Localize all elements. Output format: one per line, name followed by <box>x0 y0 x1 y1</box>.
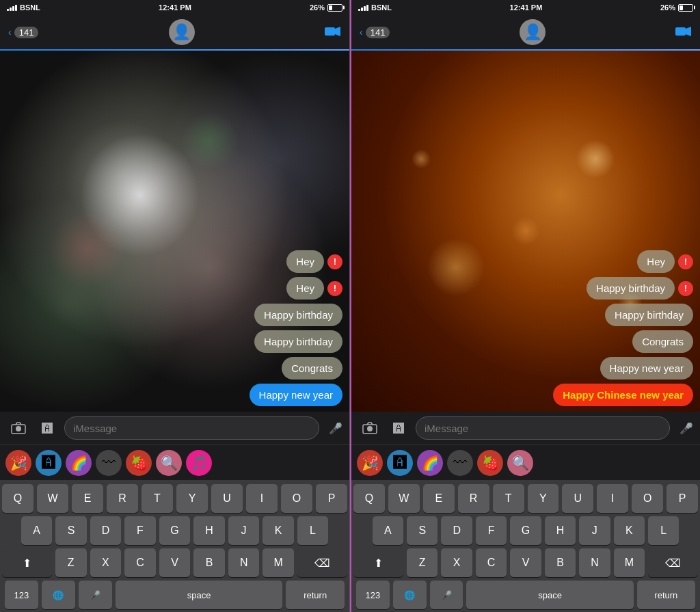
app-icon-1-right[interactable]: 🎉 <box>357 450 383 476</box>
key-x-right[interactable]: X <box>441 548 472 577</box>
key-t-left[interactable]: T <box>142 484 173 513</box>
key-t-right[interactable]: T <box>493 484 524 513</box>
camera-button-left[interactable] <box>7 416 30 440</box>
key-w-left[interactable]: W <box>37 484 68 513</box>
key-o-left[interactable]: O <box>281 484 312 513</box>
key-h-right[interactable]: H <box>545 516 576 545</box>
back-button-right[interactable]: ‹ 141 <box>360 27 390 38</box>
mic-button-left[interactable]: 🎤 <box>329 422 342 435</box>
key-y-left[interactable]: Y <box>176 484 208 513</box>
key-w-right[interactable]: W <box>388 484 420 513</box>
avatar-left[interactable]: 👤 <box>169 19 195 45</box>
key-e-left[interactable]: E <box>72 484 103 513</box>
key-p-right[interactable]: P <box>667 484 698 513</box>
avatar-right[interactable]: 👤 <box>520 19 546 45</box>
shift-key-left[interactable]: ⬆ <box>2 548 52 577</box>
error-badge-r2[interactable]: ! <box>678 281 693 296</box>
app-icon-5-left[interactable]: 🍓 <box>126 450 152 476</box>
app-icon-5-right[interactable]: 🍓 <box>477 450 503 476</box>
key-l-right[interactable]: L <box>648 516 679 545</box>
key-c-left[interactable]: C <box>124 548 156 577</box>
key-a-left[interactable]: A <box>21 516 53 545</box>
key-a-right[interactable]: A <box>373 516 403 545</box>
key-p-left[interactable]: P <box>316 484 347 513</box>
key-v-right[interactable]: V <box>510 548 541 577</box>
apps-button-right[interactable]: 🅰 <box>387 416 410 440</box>
key-r-left[interactable]: R <box>107 484 138 513</box>
key-s-left[interactable]: S <box>55 516 87 545</box>
key-h-left[interactable]: H <box>193 516 225 545</box>
return-key-left[interactable]: return <box>286 581 345 609</box>
key-l-left[interactable]: L <box>297 516 329 545</box>
space-key-right[interactable]: space <box>466 581 633 609</box>
app-icon-6-left[interactable]: 🔍 <box>156 450 182 476</box>
key-u-left[interactable]: U <box>211 484 243 513</box>
key-q-left[interactable]: Q <box>2 484 33 513</box>
back-count-left[interactable]: 141 <box>14 27 39 38</box>
app-icon-3-right[interactable]: 🌈 <box>417 450 443 476</box>
error-badge-r1[interactable]: ! <box>678 254 693 269</box>
key-j-left[interactable]: J <box>228 516 260 545</box>
shift-key-right[interactable]: ⬆ <box>353 548 403 577</box>
key-d-right[interactable]: D <box>441 516 472 545</box>
key-y-right[interactable]: Y <box>528 484 559 513</box>
key-m-right[interactable]: M <box>614 548 645 577</box>
video-button-right[interactable] <box>675 25 692 40</box>
key-k-right[interactable]: K <box>614 516 645 545</box>
key-x-left[interactable]: X <box>90 548 122 577</box>
mic-key-left[interactable]: 🎤 <box>79 581 112 609</box>
key-u-right[interactable]: U <box>562 484 593 513</box>
delete-key-left[interactable]: ⌫ <box>297 548 347 577</box>
back-count-right[interactable]: 141 <box>366 27 390 38</box>
mic-key-right[interactable]: 🎤 <box>430 581 463 609</box>
app-icon-1-left[interactable]: 🎉 <box>5 450 31 476</box>
app-icon-4-left[interactable]: 〰 <box>96 450 122 476</box>
back-button-left[interactable]: ‹ 141 <box>8 27 38 38</box>
apps-button-left[interactable]: 🅰 <box>36 416 59 440</box>
num-key-right[interactable]: 123 <box>356 581 390 609</box>
carrier-right: BSNL <box>371 3 392 12</box>
app-icon-3-left[interactable]: 🌈 <box>66 450 92 476</box>
space-key-left[interactable]: space <box>116 581 283 609</box>
app-icon-6-right[interactable]: 🔍 <box>507 450 533 476</box>
key-v-left[interactable]: V <box>159 548 191 577</box>
key-b-right[interactable]: B <box>545 548 576 577</box>
key-s-right[interactable]: S <box>407 516 438 545</box>
message-input-left[interactable]: iMessage <box>64 416 319 440</box>
key-f-right[interactable]: F <box>476 516 507 545</box>
key-f-left[interactable]: F <box>124 516 156 545</box>
key-n-left[interactable]: N <box>228 548 260 577</box>
key-n-right[interactable]: N <box>579 548 610 577</box>
key-z-right[interactable]: Z <box>407 548 438 577</box>
mic-button-right[interactable]: 🎤 <box>679 422 693 435</box>
delete-key-right[interactable]: ⌫ <box>648 548 698 577</box>
key-d-left[interactable]: D <box>90 516 122 545</box>
globe-key-left[interactable]: 🌐 <box>42 581 75 609</box>
video-button-left[interactable] <box>325 25 341 40</box>
app-icon-2-right[interactable]: 🅰 <box>387 450 413 476</box>
key-c-right[interactable]: C <box>476 548 507 577</box>
key-r-right[interactable]: R <box>458 484 489 513</box>
camera-button-right[interactable] <box>358 416 381 440</box>
key-o-right[interactable]: O <box>632 484 663 513</box>
error-badge-1[interactable]: ! <box>327 254 342 269</box>
return-key-right[interactable]: return <box>637 581 695 609</box>
key-i-left[interactable]: I <box>246 484 278 513</box>
app-icon-2-left[interactable]: 🅰 <box>36 450 62 476</box>
globe-key-right[interactable]: 🌐 <box>393 581 427 609</box>
app-icon-4-right[interactable]: 〰 <box>447 450 473 476</box>
key-e-right[interactable]: E <box>423 484 455 513</box>
error-badge-2[interactable]: ! <box>327 281 342 296</box>
key-g-right[interactable]: G <box>510 516 541 545</box>
key-i-right[interactable]: I <box>597 484 628 513</box>
key-k-left[interactable]: K <box>262 516 294 545</box>
message-input-right[interactable]: iMessage <box>416 416 670 440</box>
key-j-right[interactable]: J <box>579 516 610 545</box>
key-g-left[interactable]: G <box>159 516 191 545</box>
key-q-right[interactable]: Q <box>353 484 385 513</box>
num-key-left[interactable]: 123 <box>5 581 38 609</box>
app-icon-7-left[interactable]: 🎵 <box>186 450 212 476</box>
key-m-left[interactable]: M <box>262 548 294 577</box>
key-z-left[interactable]: Z <box>55 548 87 577</box>
key-b-left[interactable]: B <box>193 548 225 577</box>
